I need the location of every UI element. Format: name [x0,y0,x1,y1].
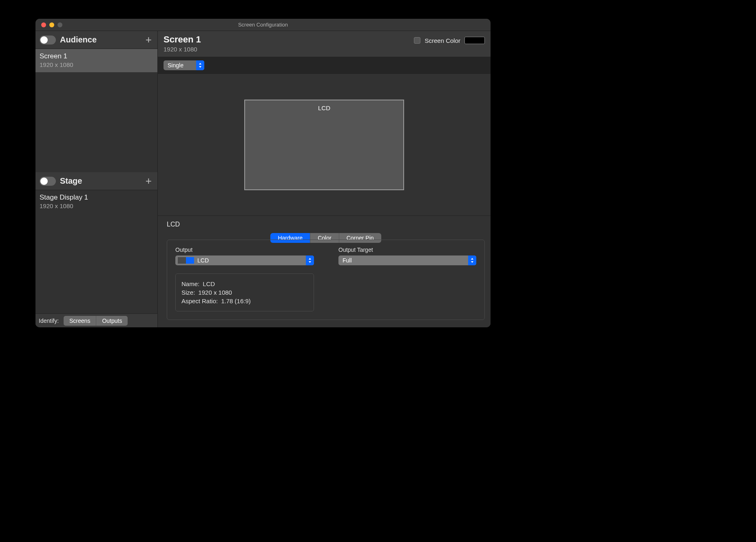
info-name-label: Name: [181,280,199,287]
output-select-label: LCD [194,257,306,264]
list-item-name: Screen 1 [40,52,153,60]
sidebar-section-audience: Audience + Screen 1 1920 x 1080 [35,31,157,172]
audience-toggle[interactable] [40,36,56,44]
audience-list: Screen 1 1920 x 1080 [35,49,157,172]
window: Screen Configuration Audience + Screen 1… [35,19,491,327]
identify-screens-button[interactable]: Screens [64,316,96,326]
preview-label: LCD [245,104,403,111]
window-title: Screen Configuration [35,22,491,28]
add-stage-screen-button[interactable]: + [144,175,153,187]
output-label: Output [175,247,314,253]
output-preview[interactable]: LCD [244,100,404,190]
output-swatch-blue [186,257,194,264]
section-header: Audience + [35,31,157,49]
section-header: Stage + [35,172,157,190]
screen-mode-select[interactable]: Single [164,60,204,70]
chevron-up-down-icon [468,255,476,265]
stage-toggle[interactable] [40,177,56,186]
screen-color-swatch[interactable] [464,37,485,44]
info-size-label: Size: [181,289,195,296]
stage-list: Stage Display 1 1920 x 1080 [35,190,157,313]
sidebar-section-stage: Stage + Stage Display 1 1920 x 1080 [35,172,157,313]
screen-resolution: 1920 x 1080 [164,46,414,53]
chevron-up-down-icon [306,255,314,265]
screen-color-checkbox[interactable] [414,37,420,44]
list-item-resolution: 1920 x 1080 [40,61,153,68]
mode-bar: Single [158,57,491,73]
output-target-select[interactable]: Full [338,255,476,265]
main-header: Screen 1 1920 x 1080 Screen Color [158,31,491,57]
output-select[interactable]: LCD [175,255,314,265]
list-item-resolution: 1920 x 1080 [40,202,153,209]
titlebar: Screen Configuration [35,19,491,31]
screen-color-label: Screen Color [424,37,460,44]
identify-bar: Identify: Screens Outputs [35,313,157,327]
info-aspect-value: 1.78 (16:9) [221,298,251,304]
info-name-value: LCD [203,280,215,287]
identify-label: Identify: [39,318,59,324]
output-target-label: Output Target [338,247,476,253]
add-audience-screen-button[interactable]: + [144,33,153,46]
preview-area: LCD [158,73,491,216]
output-target-select-label: Full [338,257,468,264]
identify-segment: Screens Outputs [64,316,128,326]
window-body: Audience + Screen 1 1920 x 1080 Stage + [35,31,491,327]
chevron-up-down-icon [196,60,204,70]
main: Screen 1 1920 x 1080 Screen Color Single [158,31,491,327]
sidebar: Audience + Screen 1 1920 x 1080 Stage + [35,31,158,327]
section-title: Stage [60,176,144,186]
identify-outputs-button[interactable]: Outputs [96,316,128,326]
list-item[interactable]: Stage Display 1 1920 x 1080 [35,190,157,213]
info-size-value: 1920 x 1080 [198,289,232,296]
select-label: Single [164,62,196,69]
detail-panel: LCD Hardware Color Corner Pin Output [158,216,491,327]
info-aspect-label: Aspect Ratio: [181,298,218,304]
list-item-name: Stage Display 1 [40,193,153,202]
output-swatch-gray [178,257,186,264]
list-item[interactable]: Screen 1 1920 x 1080 [35,49,157,72]
detail-title: LCD [167,221,485,228]
output-info: Name: LCD Size: 1920 x 1080 Aspect Ratio… [175,273,314,311]
section-title: Audience [60,35,144,44]
screen-title: Screen 1 [164,34,414,45]
hardware-panel: Output LCD Name: LCD [167,240,485,320]
